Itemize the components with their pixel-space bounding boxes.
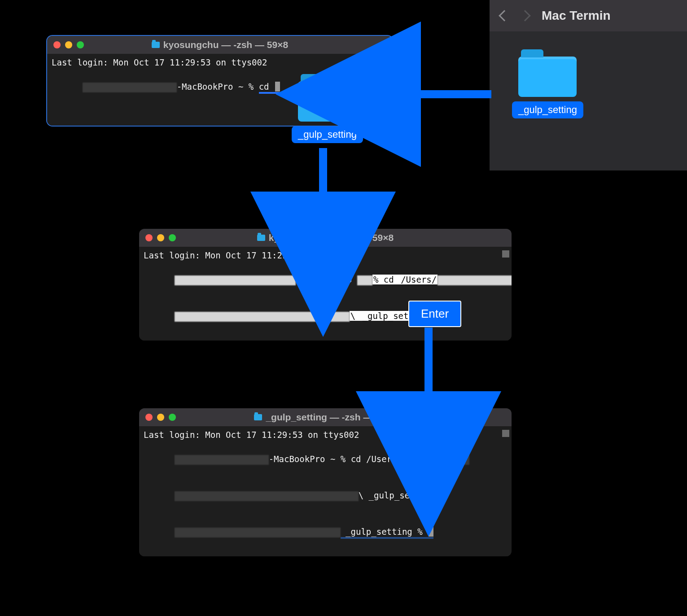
minimize-icon[interactable] xyxy=(65,41,72,48)
finder-panel: Mac Termin _gulp_setting xyxy=(490,0,687,170)
titlebar[interactable]: _gulp_setting — -zsh — 59×8 xyxy=(139,408,512,426)
prompt-tail: -MacBookPro ~ % cd /Users/ xyxy=(269,454,402,464)
line-continuation: \ xyxy=(350,311,362,321)
finder-folder-label: _gulp_setting xyxy=(512,101,583,118)
close-icon[interactable] xyxy=(53,41,61,48)
terminal-body[interactable]: Last login: Mon Oct 17 11:29:53 on ttys0… xyxy=(139,426,512,556)
finder-title: Mac Termin xyxy=(542,9,611,23)
cd-path-users: /Users/ xyxy=(400,275,438,284)
window-title: kyosungchu — -zsh — 59×8 xyxy=(139,232,512,243)
window-title-text: kyosungchu — -zsh — 59×8 xyxy=(269,232,394,243)
cursor-icon xyxy=(429,527,433,537)
chevron-back-icon[interactable] xyxy=(499,10,510,21)
redacted-path xyxy=(438,275,512,285)
enter-key-badge: Enter xyxy=(408,301,461,327)
redacted-user xyxy=(175,528,341,537)
prompt-tail: -MacBookPro xyxy=(296,275,357,284)
folder-icon xyxy=(518,57,577,97)
scrollbar-thumb[interactable] xyxy=(383,57,390,65)
prompt-line-1: -MacBookPro % cd /Users/ xyxy=(144,262,507,298)
scrollbar-thumb[interactable] xyxy=(502,430,509,437)
chevron-forward-icon[interactable] xyxy=(519,10,530,21)
redacted-user xyxy=(175,275,296,285)
redacted-user xyxy=(175,455,269,465)
window-title: _gulp_setting — -zsh — 59×8 xyxy=(139,412,512,423)
new-prompt: _gulp_setting % xyxy=(341,527,428,537)
window-title-text: kyosungchu — -zsh — 59×8 xyxy=(163,39,288,50)
maximize-icon[interactable] xyxy=(169,234,176,241)
minimize-icon[interactable] xyxy=(157,414,164,421)
dragged-folder[interactable]: _gulp_setting xyxy=(292,74,363,143)
prompt-line-2: \ _gulp_setting xyxy=(144,477,507,514)
cursor-icon xyxy=(275,82,280,92)
folder-icon xyxy=(298,81,356,122)
scrollbar-thumb[interactable] xyxy=(502,250,509,258)
last-login-line: Last login: Mon Oct 17 11:29:53 on ttys0… xyxy=(52,57,388,69)
last-login-line: Last login: Mon Oct 17 11:29:53 on ttys0… xyxy=(144,429,507,441)
traffic-lights xyxy=(145,414,176,421)
redacted-user xyxy=(83,83,177,92)
cmd-cd: % cd xyxy=(372,275,400,284)
traffic-lights xyxy=(53,41,84,48)
new-prompt-line: _gulp_setting % xyxy=(144,514,507,550)
traffic-lights xyxy=(145,234,176,241)
minimize-icon[interactable] xyxy=(157,234,164,241)
window-title: kyosungchu — -zsh — 59×8 xyxy=(47,39,393,50)
close-icon[interactable] xyxy=(145,234,153,241)
maximize-icon[interactable] xyxy=(169,414,176,421)
folder-icon xyxy=(152,42,160,48)
titlebar[interactable]: kyosungchu — -zsh — 59×8 xyxy=(47,36,393,54)
redacted-tilde xyxy=(357,275,372,285)
folder-icon xyxy=(257,235,265,241)
redacted-path-cont xyxy=(175,491,359,501)
cd-path-tail: \ _gulp_setting xyxy=(359,490,436,500)
folder-icon xyxy=(254,414,262,420)
redacted-path-cont xyxy=(175,312,350,322)
finder-folder-item[interactable]: _gulp_setting xyxy=(512,49,583,118)
redacted-path xyxy=(402,455,469,465)
close-icon[interactable] xyxy=(145,414,153,421)
terminal-window-3[interactable]: _gulp_setting — -zsh — 59×8 Last login: … xyxy=(139,408,512,556)
last-login-line: Last login: Mon Oct 17 11:29:53 on ttys0… xyxy=(144,249,507,262)
titlebar[interactable]: kyosungchu — -zsh — 59×8 xyxy=(139,229,512,247)
finder-toolbar: Mac Termin xyxy=(490,0,687,31)
prompt-line-1: -MacBookPro ~ % cd /Users/ xyxy=(144,441,507,477)
dragged-folder-label: _gulp_setting xyxy=(292,126,363,143)
window-title-text: _gulp_setting — -zsh — 59×8 xyxy=(266,412,396,423)
prompt-tail: -MacBookPro ~ % xyxy=(177,82,259,92)
cmd-cd: cd xyxy=(259,82,274,92)
maximize-icon[interactable] xyxy=(77,41,84,48)
